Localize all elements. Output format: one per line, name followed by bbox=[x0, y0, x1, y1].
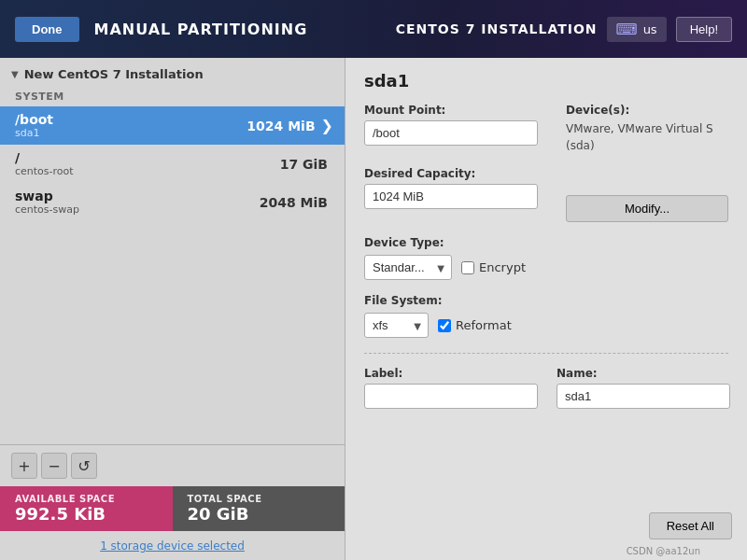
device-type-select-wrapper: Standar... LVM RAID ▼ bbox=[364, 255, 452, 280]
keyboard-indicator[interactable]: ⌨ us bbox=[607, 17, 667, 42]
name-label: Name: bbox=[557, 367, 730, 380]
reset-all-button[interactable]: Reset All bbox=[649, 512, 732, 539]
name-group: Name: bbox=[557, 367, 730, 409]
divider bbox=[364, 353, 728, 354]
partition-swap-info: swap centos-swap bbox=[15, 189, 260, 216]
devices-label: Device(s): bbox=[566, 104, 728, 117]
mount-point-label: Mount Point: bbox=[364, 104, 538, 117]
mount-point-group: Mount Point: bbox=[364, 104, 538, 154]
footer-area: Reset All bbox=[649, 512, 732, 539]
remove-button[interactable]: − bbox=[41, 453, 67, 479]
help-button[interactable]: Help! bbox=[676, 17, 732, 42]
partition-boot-name: /boot bbox=[15, 112, 247, 127]
desired-capacity-group: Desired Capacity: bbox=[364, 167, 538, 222]
label-label: Label: bbox=[364, 367, 538, 380]
expand-icon: ▼ bbox=[11, 69, 19, 79]
partition-root-size: 17 GiB bbox=[280, 157, 328, 172]
keyboard-icon: ⌨ bbox=[616, 21, 638, 38]
keyboard-lang: us bbox=[643, 22, 657, 36]
device-type-select[interactable]: Standar... LVM RAID bbox=[364, 255, 452, 280]
total-space-box: TOTAL SPACE 20 GiB bbox=[173, 486, 345, 531]
label-group: Label: bbox=[364, 367, 538, 409]
file-system-select[interactable]: xfs ext4 ext3 ext2 btrfs swap bbox=[364, 313, 429, 338]
available-space-value: 992.5 KiB bbox=[15, 504, 158, 524]
total-space-value: 20 GiB bbox=[188, 504, 331, 524]
partition-swap-size: 2048 MiB bbox=[260, 195, 328, 210]
main-content: ▼ New CentOS 7 Installation SYSTEM /boot… bbox=[0, 58, 747, 560]
available-space-box: AVAILABLE SPACE 992.5 KiB bbox=[0, 486, 173, 531]
file-system-row: xfs ext4 ext3 ext2 btrfs swap ▼ Reformat bbox=[364, 313, 728, 338]
left-panel: ▼ New CentOS 7 Installation SYSTEM /boot… bbox=[0, 58, 345, 560]
name-input[interactable] bbox=[557, 384, 730, 409]
chevron-right-icon: ❯ bbox=[321, 117, 333, 134]
capacity-modify-row: Desired Capacity: Modify... bbox=[364, 167, 728, 222]
desired-capacity-input[interactable] bbox=[364, 184, 538, 209]
available-space-label: AVAILABLE SPACE bbox=[15, 494, 158, 504]
device-type-label: Device Type: bbox=[364, 236, 444, 249]
partition-root-info: / centos-root bbox=[15, 150, 280, 177]
mount-point-input[interactable] bbox=[364, 120, 538, 146]
devices-value: VMware, VMware Virtual S(sda) bbox=[566, 120, 728, 154]
partition-item-boot[interactable]: /boot sda1 1024 MiB ❯ bbox=[0, 106, 345, 145]
header-right: CENTOS 7 INSTALLATION ⌨ us Help! bbox=[396, 17, 732, 42]
encrypt-group: Encrypt bbox=[461, 260, 526, 274]
header: Done MANUAL PARTITIONING CENTOS 7 INSTAL… bbox=[0, 0, 747, 58]
bottom-controls: + − ↺ bbox=[0, 444, 345, 486]
partition-boot-size: 1024 MiB bbox=[247, 119, 315, 133]
header-left: Done MANUAL PARTITIONING bbox=[15, 17, 307, 42]
file-system-label: File System: bbox=[364, 294, 443, 307]
storage-device-link[interactable]: 1 storage device selected bbox=[100, 539, 245, 553]
reformat-checkbox[interactable] bbox=[438, 319, 451, 332]
partition-root-name: / bbox=[15, 150, 280, 165]
right-panel: sda1 Mount Point: Device(s): VMware, VMw… bbox=[345, 58, 747, 560]
file-system-select-wrapper: xfs ext4 ext3 ext2 btrfs swap ▼ bbox=[364, 313, 429, 338]
modify-group: Modify... bbox=[566, 167, 728, 222]
modify-button[interactable]: Modify... bbox=[566, 195, 728, 222]
devices-group: Device(s): VMware, VMware Virtual S(sda) bbox=[566, 104, 728, 154]
app-title: MANUAL PARTITIONING bbox=[94, 21, 308, 38]
partition-root-sub: centos-root bbox=[15, 165, 280, 177]
total-space-label: TOTAL SPACE bbox=[188, 494, 331, 504]
partition-boot-sub: sda1 bbox=[15, 127, 247, 139]
partition-list: /boot sda1 1024 MiB ❯ / centos-root 17 G… bbox=[0, 106, 345, 444]
partition-item-swap[interactable]: swap centos-swap 2048 MiB bbox=[0, 183, 345, 221]
encrypt-checkbox[interactable] bbox=[461, 261, 474, 274]
partition-item-root[interactable]: / centos-root 17 GiB bbox=[0, 145, 345, 183]
add-button[interactable]: + bbox=[11, 453, 37, 479]
reformat-group: Reformat bbox=[438, 318, 512, 332]
partition-boot-info: /boot sda1 bbox=[15, 112, 247, 139]
partition-swap-sub: centos-swap bbox=[15, 203, 260, 216]
desired-capacity-label: Desired Capacity: bbox=[364, 167, 538, 180]
storage-link-area: 1 storage device selected bbox=[0, 531, 345, 560]
label-input[interactable] bbox=[364, 384, 538, 409]
label-name-row: Label: Name: bbox=[364, 367, 728, 409]
refresh-button[interactable]: ↺ bbox=[71, 453, 97, 479]
installation-label: New CentOS 7 Installation bbox=[24, 67, 204, 81]
encrypt-label[interactable]: Encrypt bbox=[479, 260, 526, 274]
partition-swap-name: swap bbox=[15, 189, 260, 203]
system-section-label: SYSTEM bbox=[0, 87, 345, 106]
device-type-row: Standar... LVM RAID ▼ Encrypt bbox=[364, 255, 728, 280]
partition-detail-title: sda1 bbox=[364, 71, 728, 91]
done-button[interactable]: Done bbox=[15, 17, 79, 42]
reformat-label[interactable]: Reformat bbox=[456, 318, 512, 332]
installation-header: ▼ New CentOS 7 Installation bbox=[0, 58, 345, 87]
mount-devices-row: Mount Point: Device(s): VMware, VMware V… bbox=[364, 104, 728, 154]
installation-title: CENTOS 7 INSTALLATION bbox=[396, 21, 598, 36]
watermark: CSDN @aa12un bbox=[627, 546, 700, 556]
space-info: AVAILABLE SPACE 992.5 KiB TOTAL SPACE 20… bbox=[0, 486, 345, 531]
